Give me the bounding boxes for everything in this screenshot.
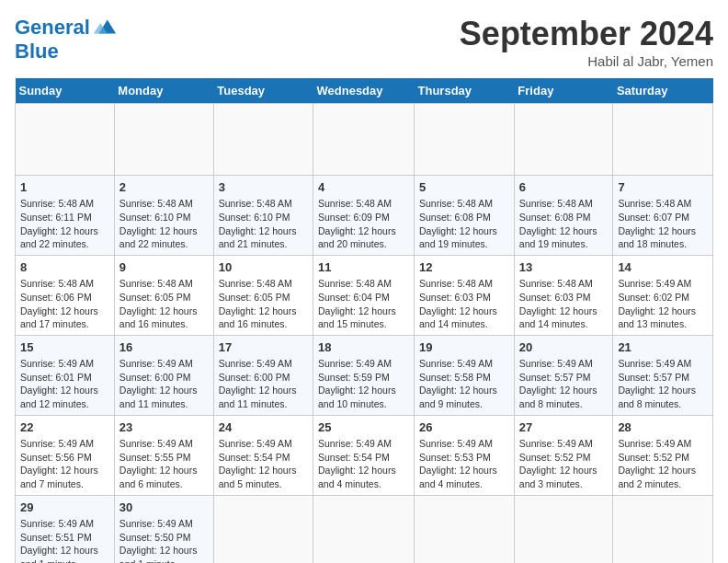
day-number: 17 [219, 339, 308, 356]
day-info: and 5 minutes. [219, 477, 308, 491]
day-info: Sunset: 6:09 PM [318, 211, 409, 224]
calendar-cell: 19Sunrise: 5:49 AMSunset: 5:58 PMDayligh… [415, 335, 515, 415]
week-row-5: 29Sunrise: 5:49 AMSunset: 5:51 PMDayligh… [16, 495, 713, 563]
day-info: and 1 minute. [119, 557, 209, 563]
calendar-cell: 20Sunrise: 5:49 AMSunset: 5:57 PMDayligh… [514, 335, 613, 415]
calendar-cell: 24Sunrise: 5:49 AMSunset: 5:54 PMDayligh… [213, 415, 313, 495]
calendar-cell: 16Sunrise: 5:49 AMSunset: 6:00 PMDayligh… [114, 335, 213, 415]
calendar-cell [514, 495, 613, 563]
day-info: Sunset: 5:59 PM [318, 371, 409, 385]
day-info: Sunset: 5:54 PM [219, 451, 308, 465]
calendar-cell: 11Sunrise: 5:48 AMSunset: 6:04 PMDayligh… [313, 255, 415, 335]
calendar-cell: 30Sunrise: 5:49 AMSunset: 5:50 PMDayligh… [114, 495, 213, 563]
logo: General Blue [15, 15, 118, 63]
day-info: Daylight: 12 hours [618, 304, 708, 318]
location: Habil al Jabr, Yemen [460, 53, 713, 69]
day-info: Sunrise: 5:48 AM [419, 197, 509, 211]
day-info: Daylight: 12 hours [20, 384, 109, 397]
day-info: Sunrise: 5:49 AM [219, 437, 308, 451]
calendar-cell: 5Sunrise: 5:48 AMSunset: 6:08 PMDaylight… [415, 176, 515, 256]
day-info: Daylight: 12 hours [119, 224, 209, 238]
calendar-cell [514, 104, 613, 176]
day-info: Daylight: 12 hours [20, 304, 109, 318]
day-info: Sunrise: 5:48 AM [519, 197, 609, 211]
week-row-3: 15Sunrise: 5:49 AMSunset: 6:01 PMDayligh… [16, 335, 713, 415]
day-info: Sunrise: 5:49 AM [519, 357, 609, 371]
day-info: and 11 minutes. [219, 397, 308, 411]
calendar-cell: 7Sunrise: 5:48 AMSunset: 6:07 PMDaylight… [613, 176, 713, 256]
day-info: Sunset: 6:06 PM [20, 291, 109, 304]
day-number: 30 [119, 500, 209, 516]
week-row-0 [16, 104, 713, 176]
calendar-cell: 28Sunrise: 5:49 AMSunset: 5:52 PMDayligh… [613, 415, 713, 495]
calendar-cell [213, 495, 313, 563]
day-info: Daylight: 12 hours [318, 384, 409, 397]
weekday-header-thursday: Thursday [415, 78, 515, 104]
calendar-cell [613, 104, 713, 176]
day-info: Daylight: 12 hours [519, 304, 609, 318]
day-number: 9 [119, 259, 209, 276]
day-number: 12 [419, 259, 509, 276]
day-info: and 9 minutes. [419, 397, 509, 411]
day-info: Daylight: 12 hours [119, 304, 209, 318]
day-info: Sunrise: 5:48 AM [20, 277, 109, 291]
day-info: Daylight: 12 hours [618, 384, 708, 397]
day-number: 14 [618, 259, 708, 276]
calendar-cell [415, 495, 515, 563]
day-info: Sunset: 5:56 PM [20, 451, 109, 465]
day-info: Sunrise: 5:49 AM [119, 437, 209, 451]
day-info: Sunrise: 5:49 AM [618, 277, 708, 291]
day-info: Sunset: 6:11 PM [20, 211, 109, 224]
day-info: Sunset: 5:55 PM [119, 451, 209, 465]
day-number: 5 [419, 179, 509, 196]
day-info: Sunset: 5:57 PM [618, 371, 708, 385]
day-number: 24 [219, 419, 308, 436]
day-info: Sunset: 5:50 PM [119, 531, 209, 545]
day-info: and 11 minutes. [119, 397, 209, 411]
day-info: Sunset: 6:08 PM [419, 211, 509, 224]
day-info: Daylight: 12 hours [219, 224, 308, 238]
day-info: and 19 minutes. [419, 237, 509, 251]
calendar-cell [613, 495, 713, 563]
week-row-4: 22Sunrise: 5:49 AMSunset: 5:56 PMDayligh… [16, 415, 713, 495]
day-info: Sunset: 6:03 PM [519, 291, 609, 304]
day-info: Sunrise: 5:48 AM [318, 197, 409, 211]
calendar-cell: 18Sunrise: 5:49 AMSunset: 5:59 PMDayligh… [313, 335, 415, 415]
day-info: Sunrise: 5:48 AM [419, 277, 509, 291]
day-info: and 7 minutes. [20, 477, 109, 491]
day-number: 15 [20, 339, 109, 356]
logo-text: General [15, 17, 90, 39]
day-info: and 22 minutes. [119, 237, 209, 251]
day-info: Sunrise: 5:49 AM [318, 357, 409, 371]
day-info: and 10 minutes. [318, 397, 409, 411]
calendar-cell: 25Sunrise: 5:49 AMSunset: 5:54 PMDayligh… [313, 415, 415, 495]
calendar-cell: 3Sunrise: 5:48 AMSunset: 6:10 PMDaylight… [213, 176, 313, 256]
calendar-cell [16, 104, 115, 176]
day-info: Sunset: 5:57 PM [519, 371, 609, 385]
day-info: Sunset: 5:52 PM [519, 451, 609, 465]
logo-icon [92, 15, 118, 40]
day-info: Sunset: 6:10 PM [119, 211, 209, 224]
calendar-cell: 12Sunrise: 5:48 AMSunset: 6:03 PMDayligh… [415, 255, 515, 335]
day-info: and 18 minutes. [618, 237, 708, 251]
weekday-header-tuesday: Tuesday [213, 78, 313, 104]
calendar-table: SundayMondayTuesdayWednesdayThursdayFrid… [15, 78, 713, 563]
day-info: Sunrise: 5:49 AM [20, 437, 109, 451]
day-info: and 2 minutes. [618, 477, 708, 491]
day-info: and 3 minutes. [519, 477, 609, 491]
calendar-cell: 17Sunrise: 5:49 AMSunset: 6:00 PMDayligh… [213, 335, 313, 415]
day-number: 16 [119, 339, 209, 356]
day-info: Daylight: 12 hours [519, 464, 609, 477]
calendar-cell [313, 495, 415, 563]
day-number: 19 [419, 339, 509, 356]
day-info: Daylight: 12 hours [419, 384, 509, 397]
day-number: 18 [318, 339, 409, 356]
weekday-header-saturday: Saturday [613, 78, 713, 104]
day-info: Sunrise: 5:48 AM [519, 277, 609, 291]
calendar-cell [415, 104, 515, 176]
day-info: Daylight: 12 hours [20, 224, 109, 238]
calendar-cell [313, 104, 415, 176]
calendar-cell: 29Sunrise: 5:49 AMSunset: 5:51 PMDayligh… [16, 495, 115, 563]
day-info: Daylight: 12 hours [519, 384, 609, 397]
calendar-cell [114, 104, 213, 176]
